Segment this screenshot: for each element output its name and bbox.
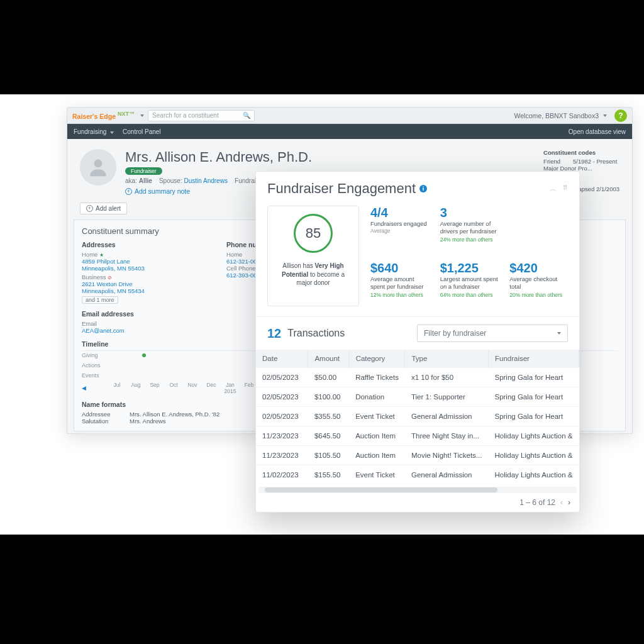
subnav: Fundraising Control Panel Open database …	[67, 124, 632, 139]
add-summary-note-button[interactable]: + Add summary note	[125, 187, 190, 195]
table-row[interactable]: 11/02/2023$155.50Event TicketGeneral Adm…	[256, 465, 579, 485]
score-card: 85 Allison has Very High Potential to be…	[267, 206, 359, 306]
table-row[interactable]: 02/05/2023$100.00DonationTier 1: Support…	[256, 387, 579, 407]
chevron-down-icon[interactable]	[140, 114, 144, 117]
col-date[interactable]: Date	[256, 350, 308, 368]
pager-status: 1 – 6 of 12	[519, 498, 555, 507]
horizontal-scrollbar[interactable]	[258, 487, 577, 493]
svg-point-0	[94, 159, 103, 167]
brand-suffix: NXT™	[118, 111, 135, 117]
panel-title: Fundraiser Engagement i	[267, 180, 427, 197]
spouse-link[interactable]: Dustin Andrews	[184, 177, 227, 184]
stat-avg-amount: $640 Average amount spent per fundraiser…	[370, 261, 429, 306]
add-alert-button[interactable]: + Add alert	[80, 203, 127, 214]
stat-avg-drivers: 3 Average number of drivers per fundrais…	[440, 206, 499, 251]
col-fundraiser[interactable]: Fundraiser	[488, 350, 579, 368]
score-ring: 85	[294, 214, 333, 253]
do-not-mail-icon: ⊘	[108, 275, 112, 280]
filter-fundraiser-select[interactable]: Filter by fundraiser	[417, 325, 568, 342]
home-address-link[interactable]: 4859 Philpot Lane	[82, 258, 189, 265]
stat-fundraisers-engaged: 4/4 Fundraisers engaged Average	[370, 206, 429, 251]
search-icon: 🔍	[243, 112, 250, 119]
table-row[interactable]: 02/05/2023$50.00Raffle Ticketsx1 10 for …	[256, 368, 579, 387]
col-amount[interactable]: Amount	[308, 350, 349, 368]
timeline-dot-icon	[142, 353, 146, 357]
engagement-panel: Fundraiser Engagement i ︿ ⠿ 85 Allison h…	[255, 171, 580, 513]
codes-header: Constituent codes	[543, 149, 619, 156]
chevron-down-icon	[557, 332, 561, 335]
transactions-table: Date Amount Category Type Fundraiser 02/…	[256, 350, 579, 484]
help-icon[interactable]: ?	[614, 109, 627, 122]
nav-fundraising[interactable]: Fundraising	[74, 128, 114, 135]
transactions-count: 12	[267, 326, 281, 341]
scroll-thumb[interactable]	[265, 487, 497, 492]
brand: Raiser's Edge NXT™	[72, 111, 135, 120]
pagination: 1 – 6 of 12 ‹ ›	[256, 493, 579, 512]
email-link[interactable]: AEA@anet.com	[82, 327, 189, 334]
stat-avg-checkout: $420 Average checkout total 20% more tha…	[509, 261, 568, 306]
info-icon[interactable]: i	[419, 185, 427, 192]
pager-next-icon[interactable]: ›	[568, 498, 570, 507]
addresses-header: Addresses	[82, 241, 189, 248]
table-row[interactable]: 02/05/2023$355.50Event TicketGeneral Adm…	[256, 407, 579, 426]
timeline-prev-icon[interactable]: ◀	[82, 385, 86, 391]
welcome-text[interactable]: Welcome, BBNXT Sandbox3	[514, 112, 607, 119]
topbar: Raiser's Edge NXT™ Search for a constitu…	[67, 108, 632, 124]
home-address-link2[interactable]: Minneapolis, MN 55403	[82, 265, 189, 272]
transactions-label: Transactions	[287, 328, 345, 339]
col-category[interactable]: Category	[349, 350, 405, 368]
brand-text: Raiser's Edge	[72, 113, 116, 120]
plus-circle-icon: +	[125, 188, 132, 195]
star-icon: ★	[99, 252, 104, 258]
stat-largest-amount: $1,225 Largest amount spent on a fundrai…	[440, 261, 499, 306]
nav-open-database[interactable]: Open database view	[569, 128, 626, 135]
nav-control-panel[interactable]: Control Panel	[123, 128, 161, 135]
avatar	[80, 149, 116, 186]
page-title: Mrs. Allison E. Andrews, Ph.D.	[125, 149, 535, 165]
plus-circle-icon: +	[86, 205, 93, 212]
person-icon	[86, 155, 110, 179]
grid-icon[interactable]: ⠿	[563, 184, 568, 194]
search-input[interactable]: Search for a constituent 🔍	[148, 110, 255, 121]
score-description: Allison has Very High Potential to becom…	[274, 262, 352, 287]
search-placeholder: Search for a constituent	[152, 112, 243, 119]
collapse-icon[interactable]: ︿	[550, 184, 557, 194]
and-more-badge[interactable]: and 1 more	[82, 296, 118, 304]
table-row[interactable]: 11/23/2023$105.50Auction ItemMovie Night…	[256, 446, 579, 465]
pager-prev-icon[interactable]: ‹	[560, 498, 563, 507]
table-row[interactable]: 11/23/2023$645.50Auction ItemThree Night…	[256, 426, 579, 446]
chevron-down-icon	[603, 114, 607, 117]
timeline-months: JulAugSep OctNovDec Jan 2015FebMar	[108, 382, 277, 394]
col-type[interactable]: Type	[405, 350, 489, 368]
status-badge: Fundraiser	[125, 167, 162, 175]
biz-address-link2[interactable]: Minneapolis, MN 55434	[82, 287, 189, 294]
email-header: Email addresses	[82, 310, 189, 318]
biz-address-link[interactable]: 2621 Wexton Drive	[82, 280, 189, 287]
